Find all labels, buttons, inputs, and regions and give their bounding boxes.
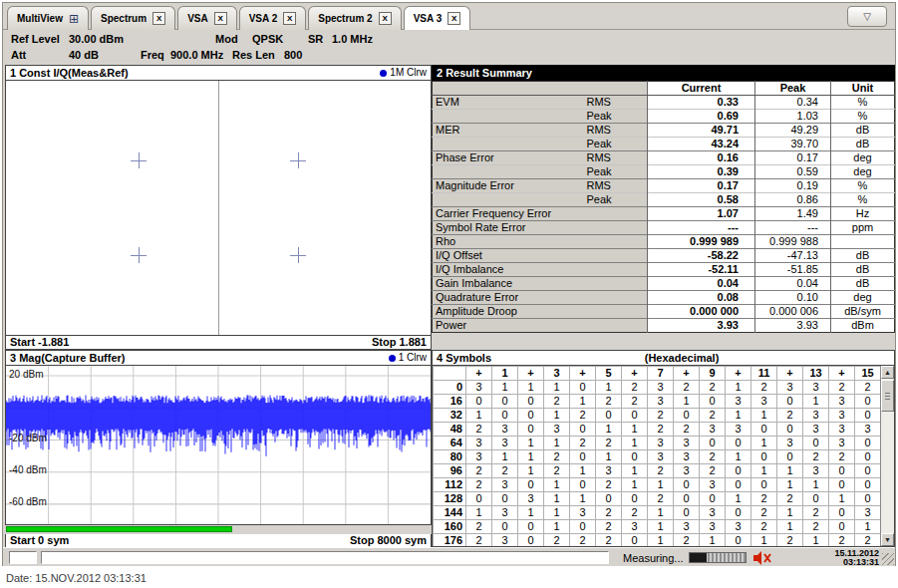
result-unit-cell: dB bbox=[831, 124, 895, 138]
result-row: I/Q Imbalance-52.11-51.85dB bbox=[433, 263, 895, 277]
tab-label: MultiView bbox=[17, 13, 63, 24]
symbol-cell: 1 bbox=[622, 464, 648, 478]
sr-value[interactable]: 1.0 MHz bbox=[332, 32, 373, 46]
tab-close-icon[interactable]: X bbox=[379, 12, 392, 25]
symbol-cell: 1 bbox=[648, 534, 674, 548]
symbol-cell: 3 bbox=[700, 423, 726, 437]
symbol-cell: 1 bbox=[544, 409, 570, 423]
const-iq-header[interactable]: 1 Const I/Q(Meas&Ref) 1M Clrw bbox=[5, 65, 432, 81]
status-message-field[interactable] bbox=[41, 551, 609, 564]
measure-progress-bar bbox=[689, 552, 747, 563]
y-tick-label: -60 dBm bbox=[9, 497, 47, 507]
freq-value[interactable]: 900.0 MHz bbox=[170, 48, 223, 62]
tab-close-icon[interactable]: X bbox=[214, 12, 227, 25]
symbol-cell: 0 bbox=[829, 506, 855, 520]
symbols-row-index: 32 bbox=[434, 409, 466, 423]
symbol-cell: 0 bbox=[855, 464, 881, 478]
result-sub-cell: RMS bbox=[584, 179, 648, 193]
mag-capture-plot[interactable]: 20 dBm -20 dBm -40 dBm -60 dBm bbox=[5, 366, 432, 525]
result-summary-header[interactable]: 2 Result Summary bbox=[432, 65, 895, 81]
symbols-window: 4 Symbols (Hexadecimal) +1+3+5+7+9+11+13… bbox=[432, 350, 895, 547]
symbol-cell: 0 bbox=[518, 409, 544, 423]
scroll-thumb[interactable] bbox=[881, 380, 894, 412]
att-value[interactable]: 40 dB bbox=[69, 48, 99, 62]
mag-capture-header[interactable]: 3 Mag(Capture Buffer) 1 Clrw bbox=[5, 350, 432, 366]
axis-start-label: Start 0 sym bbox=[10, 534, 69, 547]
res-len-value[interactable]: 800 bbox=[284, 48, 302, 62]
tab-overflow-button[interactable]: ▽ bbox=[847, 6, 887, 27]
symbols-scrollbar[interactable]: ▲ ▼ bbox=[880, 366, 894, 546]
result-cur-cell: 0.16 bbox=[648, 151, 755, 165]
symbols-row: 1441311322103021203 bbox=[434, 506, 881, 520]
symbol-cell: 3 bbox=[803, 464, 829, 478]
result-unit-cell: % bbox=[831, 110, 895, 124]
result-unit-cell: dB bbox=[831, 138, 895, 151]
symbol-cell: 3 bbox=[803, 409, 829, 423]
symbol-cell: 3 bbox=[466, 450, 492, 464]
symbols-col-header: 5 bbox=[596, 367, 622, 381]
constellation-plot[interactable] bbox=[5, 81, 432, 336]
tab-spectrum[interactable]: SpectrumX bbox=[91, 6, 175, 30]
tab-close-icon[interactable]: X bbox=[152, 12, 165, 25]
result-cur-cell: 0.04 bbox=[648, 277, 755, 291]
symbols-row: 03111012322123322 bbox=[434, 381, 881, 395]
symbol-cell: 1 bbox=[648, 478, 674, 492]
symbols-table-area: +1+3+5+7+9+11+13+15 03111012322123322160… bbox=[432, 366, 895, 547]
result-row: Peak0.390.59deg bbox=[433, 165, 895, 179]
symbol-cell: 3 bbox=[855, 506, 881, 520]
tab-spectrum-2[interactable]: Spectrum 2X bbox=[308, 6, 401, 30]
symbols-header[interactable]: 4 Symbols (Hexadecimal) bbox=[432, 350, 895, 366]
symbol-cell: 2 bbox=[751, 492, 777, 506]
trace-dot-icon bbox=[389, 355, 396, 362]
symbols-col-header: 11 bbox=[751, 367, 777, 381]
tab-close-icon[interactable]: X bbox=[448, 12, 460, 25]
symbol-cell: 0 bbox=[855, 478, 881, 492]
status-field-left[interactable] bbox=[9, 551, 37, 564]
capture-progress-row bbox=[5, 525, 432, 534]
symbol-cell: 1 bbox=[518, 464, 544, 478]
result-unit-cell: dB/sym bbox=[831, 305, 895, 319]
result-sub-cell bbox=[584, 207, 648, 221]
mod-value[interactable]: QPSK bbox=[252, 32, 283, 46]
symbol-cell: 3 bbox=[674, 464, 700, 478]
trace-indicator: 1 Clrw bbox=[389, 351, 427, 365]
symbol-cell: 2 bbox=[466, 534, 492, 548]
symbol-cell: 0 bbox=[518, 478, 544, 492]
symbol-cell: 2 bbox=[648, 409, 674, 423]
sr-label: SR bbox=[308, 32, 323, 46]
tab-vsa[interactable]: VSAX bbox=[177, 6, 237, 30]
result-cur-cell: 3.93 bbox=[648, 319, 755, 333]
symbol-cell: 2 bbox=[829, 381, 855, 395]
tab-vsa-3[interactable]: VSA 3X bbox=[404, 6, 471, 30]
scroll-down-button[interactable]: ▼ bbox=[881, 533, 894, 546]
result-sub-cell: Peak bbox=[584, 193, 648, 207]
symbol-cell: 2 bbox=[622, 395, 648, 409]
tab-multiview[interactable]: MultiView⊞ bbox=[7, 6, 89, 30]
result-peak-cell: 1.49 bbox=[755, 207, 831, 221]
capture-progress-bar bbox=[6, 526, 232, 532]
result-cur-cell: 0.999 989 bbox=[648, 235, 755, 249]
symbol-cell: 0 bbox=[622, 450, 648, 464]
symbol-cell: 1 bbox=[544, 492, 570, 506]
ref-level-value[interactable]: 30.00 dBm bbox=[69, 32, 124, 46]
symbol-cell: 0 bbox=[700, 492, 726, 506]
tab-close-icon[interactable]: X bbox=[283, 12, 296, 25]
result-cur-cell: 0.000 000 bbox=[648, 305, 755, 319]
resize-grip[interactable] bbox=[882, 553, 894, 565]
result-peak-cell: 49.29 bbox=[755, 124, 831, 138]
symbol-cell: 3 bbox=[829, 395, 855, 409]
tab-vsa-2[interactable]: VSA 2X bbox=[239, 6, 307, 30]
symbol-cell: 0 bbox=[855, 409, 881, 423]
scroll-up-button[interactable]: ▲ bbox=[881, 366, 894, 379]
result-row: Amplitude Droop0.000 0000.000 006dB/sym bbox=[433, 305, 895, 319]
symbol-cell: 1 bbox=[726, 492, 751, 506]
symbol-cell: 1 bbox=[518, 381, 544, 395]
result-peak-cell: 0.86 bbox=[755, 193, 831, 207]
symbol-cell: 0 bbox=[726, 506, 751, 520]
symbols-col-header: 1 bbox=[492, 367, 518, 381]
symbol-cell: 2 bbox=[777, 492, 803, 506]
chevron-down-icon: ▽ bbox=[863, 11, 871, 22]
symbol-cell: 0 bbox=[674, 506, 700, 520]
result-header-row: Current Peak Unit bbox=[433, 82, 895, 96]
symbol-cell: 2 bbox=[466, 423, 492, 437]
